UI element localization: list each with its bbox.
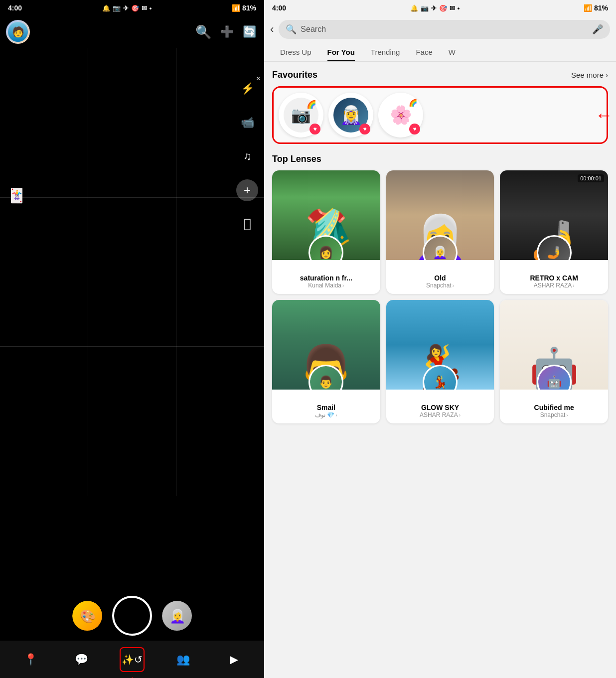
nav-chat-button[interactable]: 💬 bbox=[69, 647, 94, 672]
lens-card-6[interactable]: 🤖 🤖 Cubified me Snapchat › bbox=[500, 300, 608, 423]
favourites-header: Favourites See more › bbox=[272, 70, 608, 80]
left-battery: 📶81% bbox=[232, 4, 256, 12]
right-status-icons: 🔔📷✈🎯✉• bbox=[410, 4, 460, 12]
lens-3-creator: ASHAR RAZA › bbox=[505, 282, 603, 289]
camera-viewfinder: ⚡✕ 📹 ♫ + ⌷ 🃏 bbox=[0, 48, 264, 496]
nav-friends-button[interactable]: 👥 bbox=[170, 647, 195, 672]
fav-heart-1: ♥ bbox=[309, 124, 320, 135]
video-record-icon[interactable]: 📹 bbox=[236, 112, 258, 134]
lens-1-creator: Kunal Maida › bbox=[277, 282, 375, 289]
grid-h2 bbox=[0, 346, 264, 347]
fav-item-2[interactable]: 🧝‍♀️ ♥ bbox=[328, 93, 373, 137]
red-arrow-right: ← bbox=[595, 105, 613, 126]
lens-1-name: saturation n fr... bbox=[277, 274, 375, 282]
lens-preview-2[interactable]: 👩‍🦳 bbox=[162, 601, 192, 631]
retro-timer: 00:00:01 bbox=[578, 174, 604, 182]
lens-card-4-info: Smail نوف 💎 › bbox=[272, 390, 380, 423]
see-more-label: See more bbox=[571, 71, 604, 79]
camera-bottom-controls: 🎨 👩‍🦳 bbox=[0, 596, 264, 636]
lens-card-4-image: 👨 👨 bbox=[272, 300, 380, 390]
left-status-icons: 🔔📷✈🎯✉• bbox=[102, 4, 152, 12]
lens-card-2[interactable]: 👩‍🦳 👩‍🦳 Old Snapchat › bbox=[386, 170, 494, 294]
see-more-button[interactable]: See more › bbox=[571, 71, 608, 79]
right-status-bar: 4:00 🔔📷✈🎯✉• 📶81% bbox=[264, 0, 616, 16]
camera-sidebar-icons: ⚡✕ 📹 ♫ + ⌷ bbox=[236, 78, 258, 235]
tab-w[interactable]: W bbox=[441, 43, 463, 61]
lens-5-name: GLOW SKY bbox=[391, 404, 489, 411]
lens-card-1[interactable]: 🥻 👩 saturation n fr... Kunal Maida › bbox=[272, 170, 380, 294]
nav-location-button[interactable]: 📍 bbox=[18, 647, 43, 672]
grid-v1 bbox=[88, 48, 88, 496]
music-icon[interactable]: ♫ bbox=[236, 145, 258, 167]
search-icon: 🔍 bbox=[286, 24, 297, 35]
lens-2-name: Old bbox=[391, 274, 489, 282]
more-options-button[interactable]: + bbox=[236, 179, 258, 201]
see-more-chevron: › bbox=[606, 71, 608, 79]
lens-card-5-image: 💃 💃 bbox=[386, 300, 494, 390]
chevron-icon-5: › bbox=[459, 412, 461, 418]
lens-6-name: Cubified me bbox=[505, 404, 603, 411]
chevron-icon-4: › bbox=[335, 412, 337, 418]
bottom-nav: 📍 💬 ✨↺ ↓ 👥 ▶ bbox=[0, 641, 264, 678]
tab-for-you[interactable]: For You bbox=[319, 43, 363, 61]
favourites-box: 📷 🌈 ♥ 🧝‍♀️ ♥ 🌸 🌈 bbox=[272, 86, 608, 144]
lens-3-name: RETRO x CAM bbox=[505, 274, 603, 282]
lens-6-creator: Snapchat › bbox=[505, 411, 603, 418]
search-input-wrap[interactable]: 🔍 Search 🎤 bbox=[279, 20, 610, 39]
chevron-icon-2: › bbox=[453, 283, 454, 288]
lens-preview-1[interactable]: 🎨 bbox=[72, 601, 102, 631]
tab-dress-up[interactable]: Dress Up bbox=[272, 43, 319, 61]
camera-grid-lines bbox=[0, 48, 264, 496]
top-lenses-title: Top Lenses bbox=[272, 154, 321, 164]
lens-card-5[interactable]: 💃 💃 GLOW SKY ASHAR RAZA › bbox=[386, 300, 494, 423]
lens-card-6-info: Cubified me Snapchat › bbox=[500, 390, 608, 423]
lens-card-5-info: GLOW SKY ASHAR RAZA › bbox=[386, 390, 494, 423]
lens-card-2-image: 👩‍🦳 👩‍🦳 bbox=[386, 170, 494, 260]
lens-card-4[interactable]: 👨 👨 Smail نوف 💎 › bbox=[272, 300, 380, 423]
add-friend-button[interactable]: ➕ bbox=[220, 25, 234, 38]
lens-card-3-image: 🤳 00:00:01 🤳 bbox=[500, 170, 608, 260]
chevron-icon-6: › bbox=[566, 412, 568, 418]
lens-card-2-info: Old Snapchat › bbox=[386, 260, 494, 294]
tab-face[interactable]: Face bbox=[408, 43, 440, 61]
lens-button-icon: ✨↺ bbox=[122, 654, 143, 666]
left-top-bar: 🧑 🔍 ➕ 🔄 bbox=[0, 16, 264, 48]
search-bar-row: ‹ 🔍 Search 🎤 bbox=[264, 16, 616, 43]
left-status-bar: 4:00 🔔📷✈🎯✉• 📶81% bbox=[0, 0, 264, 16]
lens-card-1-info: saturation n fr... Kunal Maida › bbox=[272, 260, 380, 294]
flip-camera-button[interactable]: 🔄 bbox=[243, 25, 256, 38]
shutter-button[interactable] bbox=[112, 596, 152, 636]
avatar[interactable]: 🧑 bbox=[6, 20, 30, 44]
fav-item-1[interactable]: 📷 🌈 ♥ bbox=[279, 93, 323, 137]
lens-card-3[interactable]: 🤳 00:00:01 🤳 RETRO x CAM ASHAR RAZA › bbox=[500, 170, 608, 294]
flash-off-icon[interactable]: ⚡✕ bbox=[236, 78, 258, 100]
lens-card-6-image: 🤖 🤖 bbox=[500, 300, 608, 390]
right-status-time: 4:00 bbox=[272, 4, 286, 12]
favourites-title: Favourites bbox=[272, 70, 317, 80]
lens-card-1-image: 🥻 👩 bbox=[272, 170, 380, 260]
chevron-icon: › bbox=[342, 283, 344, 288]
mic-icon[interactable]: 🎤 bbox=[592, 24, 603, 35]
grid-v2 bbox=[176, 48, 176, 496]
lens-preview-2-image: 👩‍🦳 bbox=[162, 601, 192, 631]
nav-lens-button[interactable]: ✨↺ ↓ bbox=[120, 647, 145, 672]
right-lens-panel: 4:00 🔔📷✈🎯✉• 📶81% ‹ 🔍 Search 🎤 Dress Up F… bbox=[264, 0, 616, 678]
top-lenses-header: Top Lenses bbox=[272, 154, 608, 164]
nav-play-button[interactable]: ▶ bbox=[221, 647, 246, 672]
tab-trending[interactable]: Trending bbox=[363, 43, 408, 61]
left-camera-panel: 4:00 🔔📷✈🎯✉• 📶81% 🧑 🔍 ➕ 🔄 bbox=[0, 0, 264, 678]
fav-item-3[interactable]: 🌸 🌈 ♥ bbox=[378, 93, 423, 137]
scan-icon[interactable]: ⌷ bbox=[236, 213, 258, 235]
red-arrow-down: ↓ bbox=[130, 674, 135, 678]
lens-4-name: Smail bbox=[277, 404, 375, 411]
lens-preview-1-image: 🎨 bbox=[72, 601, 102, 631]
right-battery: 📶81% bbox=[584, 4, 608, 12]
lenses-grid: 🥻 👩 saturation n fr... Kunal Maida › bbox=[272, 170, 608, 423]
lens-4-creator: نوف 💎 › bbox=[277, 411, 375, 418]
avatar-image: 🧑 bbox=[8, 22, 28, 42]
cards-icon[interactable]: 🃏 bbox=[8, 187, 25, 387]
back-button[interactable]: ‹ bbox=[270, 23, 274, 36]
tabs-row: Dress Up For You Trending Face W bbox=[264, 43, 616, 62]
search-button[interactable]: 🔍 bbox=[195, 24, 211, 40]
lens-5-creator: ASHAR RAZA › bbox=[391, 411, 489, 418]
